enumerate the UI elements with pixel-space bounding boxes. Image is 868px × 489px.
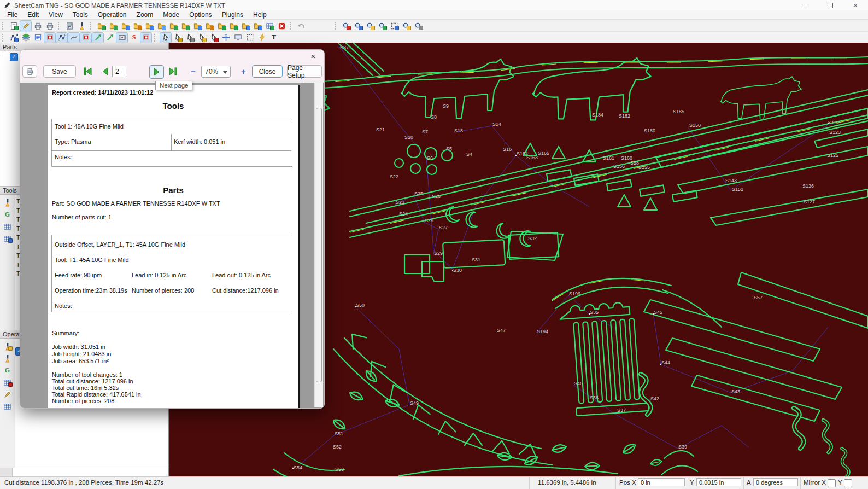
refresh-table-icon[interactable] [264,21,275,31]
dialog-close-button[interactable]: × [308,51,319,62]
job-notes-icon[interactable] [32,33,43,43]
save-part-icon[interactable] [192,21,203,31]
add-drawing-icon[interactable] [108,21,119,31]
estimate-icon[interactable] [64,21,75,31]
lead-in-icon[interactable] [140,33,151,43]
open-drawing-icon[interactable] [96,21,107,31]
menu-tools[interactable]: Tools [68,11,93,19]
scrollbar-thumb[interactable] [316,108,322,382]
close-button[interactable]: × [843,0,868,10]
zoom-machine-icon[interactable] [413,21,424,31]
select-region-icon[interactable] [244,33,255,43]
post-g-icon[interactable]: G [2,209,13,219]
simulate-torch-icon[interactable] [76,21,87,31]
add-part-icon[interactable] [180,21,191,31]
preview-scrollbar[interactable] [314,83,323,407]
select-contour-icon[interactable] [208,33,219,43]
node-edit-icon[interactable] [56,33,67,43]
menu-options[interactable]: Options [184,11,216,19]
op-table-icon[interactable] [2,401,13,411]
undo-icon[interactable] [296,21,307,31]
show-machine-icon[interactable] [232,33,243,43]
zoom-in-button[interactable]: + [238,65,249,78]
zoom-window-icon[interactable] [389,21,400,31]
angle-field[interactable]: 0 degrees [753,478,798,486]
quick-edit-icon[interactable] [196,33,207,43]
first-page-button[interactable] [81,65,95,78]
zoom-parts-icon[interactable] [377,21,388,31]
move-part-icon[interactable] [220,33,231,43]
svg-text:S21: S21 [376,127,385,132]
menu-zoom[interactable]: Zoom [132,11,159,19]
op-torch-move-icon[interactable] [2,341,13,351]
smooth-path-icon[interactable] [68,33,79,43]
contour-icon[interactable] [80,33,91,43]
menu-help[interactable]: Help [248,11,272,19]
delete-icon[interactable] [276,21,287,31]
menu-file[interactable]: File [2,11,22,19]
mirror-x-checkbox[interactable] [828,479,836,487]
edit-drawing-icon[interactable] [20,21,31,31]
zoom-drawing-icon[interactable] [365,21,376,31]
snip-path-icon[interactable] [8,33,19,43]
start-point-s-icon[interactable]: S [128,33,139,43]
start-point-arrow-icon[interactable] [92,33,103,43]
maximize-button[interactable] [818,0,843,10]
close-dialog-button[interactable]: Close [252,65,283,78]
op-torch-icon[interactable] [2,353,13,363]
tool-table-icon[interactable] [2,222,13,231]
tool-warning-icon[interactable] [2,234,13,243]
text-tool-icon[interactable]: T [268,33,279,43]
layers-icon[interactable] [20,33,31,43]
copy-drawing-icon[interactable] [144,21,155,31]
minimize-button[interactable] [793,0,818,10]
plot-icon[interactable] [44,21,55,31]
menu-mode[interactable]: Mode [158,11,184,19]
part-line: Part: SO GOD MADE A FARMER TENNESSE R14D… [52,200,220,207]
op-post-icon[interactable]: G [2,365,13,375]
page-number-input[interactable] [112,66,126,77]
zoom-in-icon[interactable] [341,21,351,31]
outside-offset-icon[interactable] [44,33,55,43]
select-start-icon[interactable] [172,33,183,43]
rapid-arrow-icon[interactable] [104,33,115,43]
import-part-icon[interactable] [216,21,227,31]
zoom-out-button[interactable]: − [187,65,199,78]
previous-page-button[interactable] [98,65,112,78]
op-pen-icon[interactable] [2,389,13,399]
scroll-corner[interactable] [0,468,13,477]
menu-view[interactable]: View [44,11,68,19]
pos-x-field[interactable]: 0 in [638,478,685,486]
save-drawing-icon[interactable] [120,21,131,31]
new-job-icon[interactable] [8,21,19,31]
export-part-icon[interactable] [228,21,239,31]
menu-plugins[interactable]: Plugins [217,11,248,19]
report-preview[interactable]: Report created: 14/11/2023 11:01:12 Tool… [20,83,324,408]
edit-part-icon[interactable] [204,21,215,31]
page-setup-button[interactable]: Page Setup [287,65,322,78]
part-visible-checkbox[interactable]: ✓ [10,53,18,61]
measure-icon[interactable] [256,33,267,43]
save-report-button[interactable]: Save [43,65,76,78]
zoom-out-icon[interactable] [353,21,363,31]
plasma-tool-icon[interactable] [2,197,13,207]
print-report-button[interactable] [22,65,37,78]
save-all-parts-icon[interactable] [252,21,263,31]
mirror-y-checkbox[interactable] [844,479,852,487]
edit-drawing-file-icon[interactable] [132,21,143,31]
menu-operation[interactable]: Operation [93,11,132,19]
zoom-material-icon[interactable] [401,21,412,31]
link-part-icon[interactable] [240,21,251,31]
last-page-button[interactable] [166,65,179,78]
menu-edit[interactable]: Edit [22,11,44,19]
select-tool-icon[interactable] [160,33,171,43]
duplicate-drawing-icon[interactable] [156,21,167,31]
zoom-level-select[interactable]: 70% [201,66,231,78]
op-delete-icon[interactable] [2,377,13,387]
next-page-button[interactable] [149,65,164,79]
print-icon[interactable] [32,21,43,31]
edit-start-icon[interactable] [184,33,195,43]
pos-y-field[interactable]: 0.0015 in [696,478,741,486]
machine-bed-icon[interactable] [116,33,127,43]
new-part-icon[interactable] [168,21,179,31]
